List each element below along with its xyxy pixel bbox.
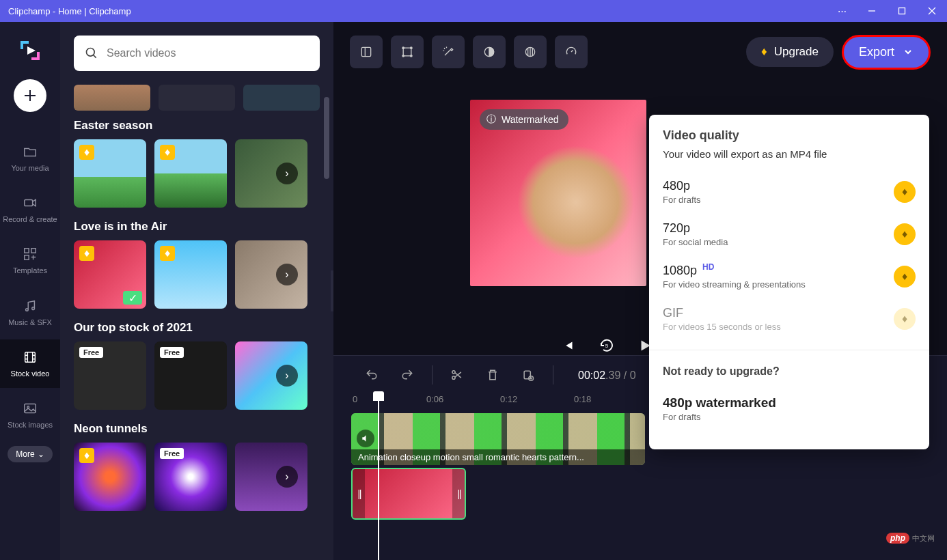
delete-button[interactable] bbox=[479, 361, 506, 389]
more-options-icon[interactable]: ⋯ bbox=[835, 4, 849, 18]
category-love: Love is in the Air ♦✓ ♦ › bbox=[74, 220, 320, 309]
quality-option-480p[interactable]: 480p For drafts ♦ bbox=[649, 171, 929, 213]
categories-list: Easter season ♦ ♦ › Love is in the Air ♦… bbox=[60, 119, 333, 560]
contrast-tool-button[interactable] bbox=[473, 36, 506, 68]
next-arrow-button[interactable]: › bbox=[276, 466, 298, 488]
video-track[interactable]: ‖ ‖ bbox=[351, 468, 947, 520]
add-media-button[interactable] bbox=[14, 79, 46, 112]
upgrade-button[interactable]: ♦ Upgrade bbox=[746, 37, 834, 67]
video-thumb[interactable]: ♦ bbox=[74, 139, 146, 208]
quality-option-gif[interactable]: GIF For videos 15 seconds or less ♦ bbox=[649, 298, 929, 340]
timeline-time: 00:02.39 / 0 bbox=[578, 369, 636, 382]
trim-handle-right[interactable]: ‖ bbox=[452, 469, 465, 518]
maximize-icon[interactable] bbox=[895, 4, 909, 18]
category-title: Our top stock of 2021 bbox=[74, 321, 320, 335]
video-preview[interactable]: ⓘ Watermarked bbox=[470, 100, 646, 286]
selected-check-icon: ✓ bbox=[123, 291, 142, 305]
svg-rect-25 bbox=[403, 48, 411, 56]
svg-rect-23 bbox=[361, 47, 370, 56]
folder-icon bbox=[22, 143, 38, 160]
thumb-partial[interactable] bbox=[243, 85, 320, 111]
svg-rect-42 bbox=[524, 371, 530, 379]
premium-chip-icon: ♦ bbox=[894, 308, 916, 330]
undo-button[interactable] bbox=[358, 361, 385, 389]
quality-option-watermarked[interactable]: 480p watermarked For drafts bbox=[663, 387, 916, 430]
svg-rect-6 bbox=[25, 200, 33, 206]
video-thumb[interactable]: ♦ bbox=[154, 240, 227, 309]
layout-tool-button[interactable] bbox=[350, 36, 383, 68]
search-bar[interactable] bbox=[74, 36, 320, 71]
next-arrow-button[interactable]: › bbox=[276, 163, 298, 184]
site-watermark: php中文网 bbox=[886, 533, 935, 544]
crop-tool-button[interactable] bbox=[391, 36, 424, 68]
category-top-stock: Our top stock of 2021 Free Free › bbox=[74, 321, 320, 410]
divider bbox=[649, 350, 929, 350]
category-title: Love is in the Air bbox=[74, 220, 320, 234]
timeline-clip[interactable]: Animation closeup motion small romantic … bbox=[351, 413, 645, 465]
search-input[interactable] bbox=[107, 47, 309, 59]
premium-badge-icon: ♦ bbox=[160, 145, 175, 160]
video-thumb[interactable]: Free bbox=[154, 443, 227, 511]
export-menu-title: Video quality bbox=[649, 115, 929, 148]
export-menu: Video quality Your video will export as … bbox=[649, 115, 929, 449]
video-thumb[interactable]: ♦ bbox=[74, 443, 146, 511]
ruler-tick: 0:12 bbox=[500, 394, 574, 413]
nav-music-sfx[interactable]: Music & SFX bbox=[0, 288, 60, 337]
video-thumb[interactable]: Free bbox=[74, 341, 146, 410]
next-arrow-button[interactable]: › bbox=[276, 365, 298, 387]
magic-tool-button[interactable] bbox=[432, 36, 465, 68]
camera-icon bbox=[22, 195, 38, 211]
trim-handle-left[interactable]: ‖ bbox=[353, 469, 365, 518]
category-easter: Easter season ♦ ♦ › bbox=[74, 119, 320, 208]
speed-tool-button[interactable] bbox=[555, 36, 588, 68]
nav-your-media[interactable]: Your media bbox=[0, 134, 60, 182]
svg-point-11 bbox=[32, 307, 35, 309]
quality-option-720p[interactable]: 720p For social media ♦ bbox=[649, 213, 929, 255]
app-logo[interactable] bbox=[15, 36, 45, 66]
timeline-clip-selected[interactable]: ‖ ‖ bbox=[351, 468, 466, 520]
nav-templates[interactable]: Templates bbox=[0, 236, 60, 285]
rewind-5s-button[interactable]: 5 bbox=[597, 336, 616, 355]
premium-badge-icon: ♦ bbox=[160, 246, 175, 261]
more-button[interactable]: More ⌄ bbox=[8, 446, 52, 462]
svg-line-35 bbox=[571, 51, 573, 53]
nav-stock-video[interactable]: Stock video bbox=[0, 339, 60, 388]
video-thumb[interactable]: Free bbox=[154, 341, 227, 410]
video-thumb[interactable]: ♦✓ bbox=[74, 240, 146, 309]
close-icon[interactable] bbox=[925, 4, 939, 18]
split-button[interactable] bbox=[443, 361, 471, 389]
svg-line-22 bbox=[94, 55, 96, 58]
duplicate-button[interactable] bbox=[514, 361, 542, 389]
nav-label: Stock video bbox=[11, 369, 50, 378]
nav-stock-images[interactable]: Stock images bbox=[0, 391, 60, 439]
svg-rect-9 bbox=[25, 255, 29, 260]
category-neon: Neon tunnels ♦ Free › bbox=[74, 422, 320, 511]
scrollbar[interactable] bbox=[324, 97, 329, 179]
minimize-icon[interactable] bbox=[865, 4, 879, 18]
premium-badge-icon: ♦ bbox=[79, 145, 94, 160]
diamond-icon: ♦ bbox=[761, 45, 767, 59]
image-icon bbox=[22, 400, 38, 417]
svg-point-10 bbox=[26, 308, 29, 311]
next-arrow-button[interactable]: › bbox=[276, 264, 298, 285]
playhead-handle[interactable] bbox=[373, 391, 384, 401]
nav-record-create[interactable]: Record & create bbox=[0, 185, 60, 234]
editor-toolbar: ♦ Upgrade Export bbox=[333, 22, 947, 82]
thumb-partial[interactable] bbox=[159, 85, 235, 111]
search-icon bbox=[85, 46, 98, 60]
redo-button[interactable] bbox=[394, 361, 421, 389]
ruler-tick: 0:18 bbox=[574, 394, 648, 413]
stock-video-panel: Easter season ♦ ♦ › Love is in the Air ♦… bbox=[60, 22, 333, 560]
nav-label: Music & SFX bbox=[8, 318, 52, 327]
upgrade-question: Not ready to upgrade? bbox=[663, 365, 916, 378]
filter-tool-button[interactable] bbox=[514, 36, 547, 68]
svg-point-21 bbox=[87, 48, 95, 57]
templates-icon bbox=[22, 246, 38, 262]
nav-label: Record & create bbox=[3, 215, 57, 224]
export-menu-subtitle: Your video will export as an MP4 file bbox=[649, 148, 929, 171]
video-thumb[interactable]: ♦ bbox=[154, 139, 227, 208]
export-button[interactable]: Export bbox=[842, 35, 931, 70]
thumb-partial[interactable] bbox=[74, 85, 150, 111]
quality-option-1080p[interactable]: 1080pHD For video streaming & presentati… bbox=[649, 255, 929, 298]
skip-back-button[interactable] bbox=[559, 336, 578, 355]
